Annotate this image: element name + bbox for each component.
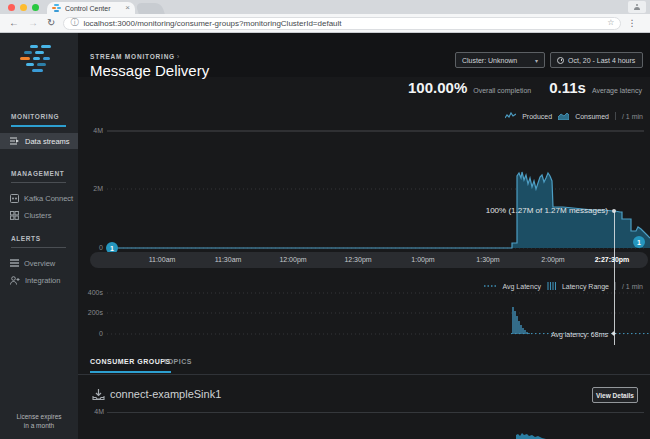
xtick: 1:00pm bbox=[411, 256, 434, 263]
throughput-chart[interactable]: 100% (1.27M of 1.27M messages) 1 1 bbox=[88, 126, 650, 252]
browser-tab[interactable]: Control Center × bbox=[47, 2, 135, 14]
sidebar-item-label: Clusters bbox=[24, 211, 52, 220]
back-icon[interactable]: ← bbox=[9, 18, 19, 28]
xtick: 1:30pm bbox=[476, 256, 499, 263]
section-rule-monitoring bbox=[11, 125, 66, 127]
connector-icon bbox=[10, 194, 19, 203]
average-latency-value: 0.11s bbox=[549, 79, 586, 96]
sidebar-item-data-streams[interactable]: Data streams bbox=[0, 133, 78, 149]
app-window: MONITORING Data streams MANAGEMENT Kafka… bbox=[0, 33, 650, 439]
cluster-dropdown[interactable]: Cluster: Unknown ▾ bbox=[455, 52, 545, 68]
tab-close-icon[interactable]: × bbox=[125, 4, 130, 12]
stream-icon bbox=[10, 137, 20, 145]
address-bar[interactable]: ⓘ localhost:3000/monitoring/consumer-gro… bbox=[63, 17, 621, 30]
app-favicon bbox=[52, 4, 61, 12]
partition-badge-right[interactable]: 1 bbox=[633, 236, 645, 248]
svg-text:1: 1 bbox=[637, 239, 641, 246]
reload-icon[interactable]: ↻ bbox=[47, 18, 55, 28]
tab-topics[interactable]: TOPICS bbox=[163, 358, 192, 371]
browser-profile-button[interactable] bbox=[628, 1, 646, 13]
sidebar-section-alerts: ALERTS bbox=[11, 235, 41, 242]
average-latency-label: Average latency bbox=[592, 87, 642, 94]
view-details-button[interactable]: View Details bbox=[592, 387, 638, 403]
page-title: Message Delivery bbox=[90, 62, 209, 79]
sink-icon bbox=[92, 388, 105, 401]
sidebar-item-overview[interactable]: Overview bbox=[0, 255, 78, 271]
throughput-legend: Produced Consumed / 1 min bbox=[505, 112, 643, 120]
user-plus-icon bbox=[10, 276, 20, 285]
chart-tooltip: 100% (1.27M of 1.27M messages) bbox=[486, 206, 609, 215]
xtick: 11:30am bbox=[215, 256, 242, 263]
sidebar-section-management: MANAGEMENT bbox=[11, 170, 64, 177]
browser-chrome: Control Center × ← → ↻ ⓘ localhost:3000/… bbox=[0, 0, 650, 33]
sidebar-item-label: Data streams bbox=[25, 137, 70, 146]
time-axis-brush[interactable]: 11:00am 11:30am 12:00pm 12:30pm 1:00pm 1… bbox=[90, 252, 648, 268]
legend-unit: / 1 min bbox=[622, 113, 643, 120]
license-line1: License expires bbox=[0, 412, 78, 422]
chevron-right-icon: › bbox=[177, 53, 180, 60]
sidebar-item-label: Overview bbox=[24, 259, 55, 268]
sidebar-item-integration[interactable]: Integration bbox=[0, 272, 78, 288]
url-text: localhost:3000/monitoring/consumer-group… bbox=[83, 19, 602, 28]
breadcrumb-label: STREAM MONITORING bbox=[90, 53, 175, 60]
stats-row: 100.00% Overall completion 0.11s Average… bbox=[408, 79, 642, 96]
bottom-chart-gridline bbox=[107, 412, 644, 413]
browser-tabstrip: Control Center × bbox=[0, 0, 650, 14]
forward-icon[interactable]: → bbox=[28, 18, 38, 28]
chart-crosshair bbox=[614, 211, 615, 345]
sidebar-item-kafka-connect[interactable]: Kafka Connect bbox=[0, 190, 78, 206]
clusters-icon bbox=[10, 211, 19, 220]
date-range-picker[interactable]: Oct, 20 - Last 4 hours bbox=[550, 52, 643, 68]
partition-badge-left[interactable]: 1 bbox=[106, 242, 118, 252]
consumer-group-name[interactable]: connect-exampleSink1 bbox=[110, 388, 221, 400]
sidebar: MONITORING Data streams MANAGEMENT Kafka… bbox=[0, 33, 78, 439]
screen: Control Center × ← → ↻ ⓘ localhost:3000/… bbox=[0, 0, 650, 439]
sidebar-section-monitoring: MONITORING bbox=[11, 113, 59, 120]
sidebar-item-label: Kafka Connect bbox=[24, 194, 73, 203]
xtick: 11:00am bbox=[149, 256, 176, 263]
license-notice: License expires in a month bbox=[0, 412, 78, 432]
tabs-divider bbox=[78, 374, 650, 375]
person-icon bbox=[634, 4, 641, 11]
cluster-dropdown-value: Cluster: Unknown bbox=[462, 57, 517, 64]
bottom-chart-ytick-4m: 4M bbox=[78, 408, 104, 415]
svg-text:1: 1 bbox=[110, 245, 114, 252]
window-close-button[interactable] bbox=[8, 4, 15, 11]
chevron-down-icon: ▾ bbox=[535, 57, 538, 64]
browser-toolbar: ← → ↻ ⓘ localhost:3000/monitoring/consum… bbox=[0, 14, 650, 33]
sidebar-item-label: Integration bbox=[25, 276, 60, 285]
consumed-area-icon bbox=[558, 112, 569, 120]
section-rule-alerts bbox=[11, 247, 66, 248]
overall-completion-label: Overall completion bbox=[473, 87, 531, 94]
window-zoom-button[interactable] bbox=[32, 4, 39, 11]
clock-icon bbox=[557, 57, 564, 64]
tab-title: Control Center bbox=[65, 5, 121, 12]
date-range-value: Oct, 20 - Last 4 hours bbox=[568, 57, 635, 64]
new-tab-button[interactable] bbox=[135, 3, 165, 14]
window-minimize-button[interactable] bbox=[20, 4, 27, 11]
xtick: 12:30pm bbox=[344, 256, 371, 263]
produced-line-icon bbox=[505, 112, 516, 120]
section-rule-management bbox=[11, 182, 66, 183]
legend-consumed[interactable]: Consumed bbox=[575, 113, 609, 120]
info-icon[interactable]: ⓘ bbox=[70, 19, 78, 27]
xtick: 2:00pm bbox=[541, 256, 564, 263]
legend-divider bbox=[615, 112, 616, 120]
license-line2: in a month bbox=[0, 421, 78, 431]
list-icon bbox=[10, 259, 19, 267]
breadcrumb[interactable]: STREAM MONITORING› bbox=[90, 53, 180, 60]
latency-range-bars bbox=[513, 307, 529, 334]
legend-produced[interactable]: Produced bbox=[522, 113, 552, 120]
xtick-current: 2:27:30pm bbox=[595, 256, 630, 263]
latency-annotation: Avg latency: 68ms bbox=[551, 331, 609, 339]
browser-menu-icon[interactable]: ⋮ bbox=[627, 18, 636, 28]
bottom-chart-fragment bbox=[510, 432, 552, 439]
bookmark-star-icon[interactable]: ☆ bbox=[607, 19, 614, 27]
app-logo[interactable] bbox=[16, 45, 62, 81]
tab-consumer-groups[interactable]: CONSUMER GROUPS bbox=[90, 358, 171, 373]
overall-completion-value: 100.00% bbox=[408, 79, 467, 96]
sidebar-item-clusters[interactable]: Clusters bbox=[0, 207, 78, 223]
xtick: 12:00pm bbox=[279, 256, 306, 263]
latency-chart[interactable]: Avg latency: 68ms bbox=[88, 288, 650, 345]
